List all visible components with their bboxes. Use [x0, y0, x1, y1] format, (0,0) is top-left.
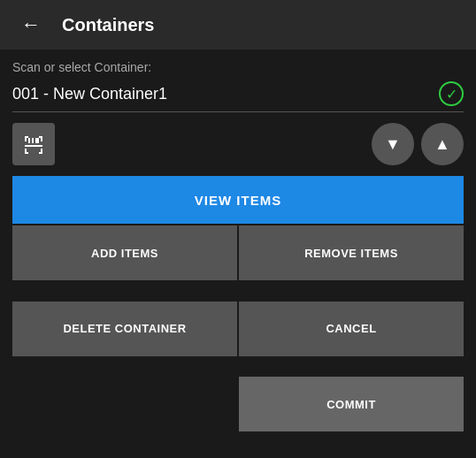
btn-grid: ADD ITEMS REMOVE ITEMS DELETE CONTAINER … [12, 225, 464, 451]
svg-rect-4 [41, 136, 42, 141]
remove-items-button[interactable]: REMOVE ITEMS [239, 225, 464, 280]
arrow-up-icon: ▲ [434, 135, 450, 154]
view-items-button[interactable]: VIEW ITEMS [12, 176, 464, 224]
tools-row: ▼ ▲ [12, 123, 464, 165]
arrow-down-icon: ▼ [385, 135, 401, 154]
back-button[interactable]: ← [14, 10, 48, 40]
svg-rect-0 [25, 145, 42, 147]
back-icon: ← [21, 13, 41, 36]
scanner-button[interactable] [12, 123, 55, 165]
main-content: Scan or select Container: 001 - New Cont… [0, 50, 476, 458]
svg-rect-8 [41, 149, 42, 154]
svg-rect-6 [25, 152, 28, 154]
add-items-button[interactable]: ADD ITEMS [12, 225, 237, 280]
delete-container-button[interactable]: DELETE CONTAINER [12, 302, 237, 356]
cancel-button[interactable]: CANCEL [239, 302, 464, 356]
svg-rect-9 [28, 138, 30, 143]
header: ← Containers [0, 0, 476, 50]
btn-area: VIEW ITEMS ADD ITEMS REMOVE ITEMS DELETE… [12, 176, 464, 451]
scanner-icon [22, 133, 45, 156]
scan-label: Scan or select Container: [12, 60, 464, 74]
container-value: 001 - New Container1 [12, 85, 439, 103]
svg-rect-2 [25, 136, 27, 141]
container-row: 001 - New Container1 ✓ [12, 81, 464, 112]
svg-rect-10 [32, 138, 34, 143]
commit-button[interactable]: COMMIT [239, 377, 464, 431]
arrow-down-button[interactable]: ▼ [372, 123, 414, 165]
page-title: Containers [62, 15, 154, 35]
svg-rect-11 [35, 138, 39, 143]
check-icon: ✓ [439, 81, 464, 106]
arrow-up-button[interactable]: ▲ [421, 123, 464, 165]
